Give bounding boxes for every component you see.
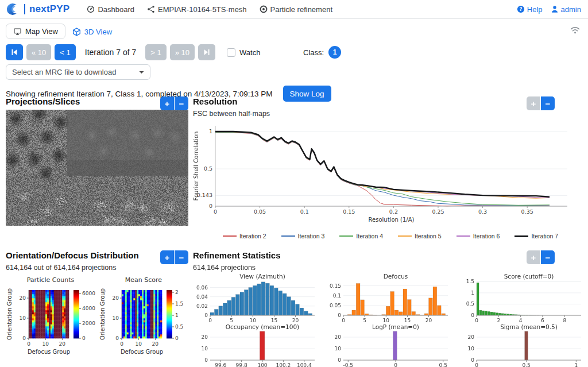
svg-text:0.05: 0.05 [254, 208, 266, 215]
svg-text:10: 10 [383, 318, 390, 323]
svg-text:0: 0 [338, 357, 341, 363]
nextpyp-logo[interactable]: nextPYP [7, 3, 69, 16]
svg-text:Orientation Group: Orientation Group [6, 288, 13, 340]
svg-text:Resolution (1/A): Resolution (1/A) [369, 217, 415, 223]
svg-text:0: 0 [475, 362, 478, 367]
top-navbar: nextPYP Dashboard EMPIAR-10164-5TS-mesh [0, 0, 588, 19]
back-1-button[interactable]: < 1 [55, 44, 75, 60]
svg-text:10: 10 [113, 315, 119, 321]
sigma-histogram: Sigma (mean=0.5)0102000.51 [459, 324, 588, 367]
svg-text:0: 0 [208, 318, 212, 323]
projections-montage-image[interactable] [6, 110, 188, 226]
resolution-zoom-out-button[interactable]: − [541, 96, 555, 110]
iteration-controls: « 10 < 1 Iteration 7 of 7 > 1 » 10 Watch… [0, 39, 588, 63]
svg-text:?: ? [519, 6, 522, 12]
svg-text:0.06: 0.06 [196, 285, 208, 291]
class-label: Class: [303, 48, 324, 57]
watch-checkbox[interactable] [227, 48, 235, 57]
resolution-zoom-in-button[interactable]: + [527, 96, 540, 110]
svg-text:10: 10 [202, 346, 208, 351]
svg-text:100: 100 [257, 362, 267, 367]
statistics-subtitle: 614,164 projections [193, 264, 588, 272]
tab-map-view[interactable]: Map View [6, 24, 65, 39]
nav-block[interactable]: Particle refinement [260, 5, 332, 14]
svg-text:20: 20 [59, 341, 66, 347]
svg-text:1: 1 [574, 362, 578, 367]
project-nodes-icon [147, 5, 155, 13]
nextpyp-wave-icon [7, 3, 20, 16]
svg-text:Orientation Group: Orientation Group [99, 288, 106, 340]
projections-title: Projections/Slices [6, 96, 80, 106]
legend-label: Iteration 3 [298, 233, 325, 239]
svg-text:20: 20 [20, 295, 26, 301]
user-icon [551, 5, 559, 13]
forward-1-button[interactable]: > 1 [145, 44, 166, 60]
svg-text:10: 10 [20, 315, 26, 321]
tab-map-view-label: Map View [25, 27, 58, 36]
svg-text:5: 5 [363, 318, 366, 323]
legend-item: Iteration 7 [514, 233, 558, 239]
svg-text:100.2: 100.2 [276, 362, 291, 367]
svg-text:0.02: 0.02 [196, 303, 208, 309]
svg-text:0: 0 [475, 318, 478, 323]
svg-text:0.04: 0.04 [196, 294, 208, 300]
svg-text:6000: 6000 [82, 291, 95, 296]
last-iteration-button[interactable] [198, 44, 215, 60]
svg-text:10: 10 [135, 341, 142, 347]
help-link[interactable]: ? Help [517, 5, 543, 14]
projections-zoom-out-button[interactable]: − [175, 96, 188, 110]
tab-3d-view-label: 3D View [84, 28, 112, 36]
forward-10-button[interactable]: » 10 [170, 44, 195, 60]
svg-text:1: 1 [175, 312, 179, 318]
orientation-zoom-in-button[interactable]: + [160, 250, 174, 264]
legend-swatch [339, 235, 353, 237]
iteration-label: Iteration 7 of 7 [85, 48, 137, 57]
legend-label: Iteration 4 [356, 233, 383, 239]
svg-text:0: 0 [209, 203, 212, 209]
nav-block-label: Particle refinement [270, 5, 332, 14]
svg-text:0.3: 0.3 [478, 208, 487, 215]
svg-text:0: 0 [214, 208, 217, 215]
nav-project[interactable]: EMPIAR-10164-5TS-mesh [147, 5, 247, 14]
tab-3d-view[interactable]: 3D View [65, 25, 119, 39]
orientation-title: Orientation/Defocus Distribution [6, 250, 139, 260]
statistics-zoom-out-button[interactable]: − [541, 250, 555, 264]
projections-zoom-in-button[interactable]: + [160, 96, 174, 110]
nav-dashboard-label: Dashboard [98, 5, 134, 14]
orientation-panel: Orientation/Defocus Distribution + − 614… [6, 250, 188, 361]
class-1-badge[interactable]: 1 [328, 46, 341, 59]
svg-text:0.15: 0.15 [330, 283, 341, 289]
score-histogram: Score (cutoff=0)00.511.502468 [459, 273, 588, 323]
legend-label: Iteration 6 [473, 233, 500, 239]
nav-project-label: EMPIAR-10164-5TS-mesh [158, 5, 247, 14]
view-tabbar: Map View 3D View [0, 19, 588, 39]
projections-panel: Projections/Slices + − [6, 96, 188, 226]
legend-item: Iteration 3 [281, 233, 325, 239]
user-label: admin [561, 5, 581, 14]
svg-text:6: 6 [541, 318, 544, 323]
svg-text:0.5: 0.5 [175, 324, 183, 330]
statistics-title: Refinement Statistics [193, 250, 281, 260]
first-iteration-button[interactable] [6, 44, 23, 60]
legend-swatch [457, 235, 470, 237]
user-menu[interactable]: admin [551, 5, 581, 14]
orientation-zoom-out-button[interactable]: − [175, 250, 188, 264]
svg-text:0: 0 [22, 335, 26, 341]
back-10-button[interactable]: « 10 [26, 44, 51, 60]
dashboard-gauge-icon [87, 5, 95, 13]
streaming-status-wifi-icon[interactable] [570, 26, 580, 34]
svg-text:20: 20 [113, 295, 119, 301]
mrc-download-select[interactable]: Select an MRC file to download [6, 64, 150, 80]
cube-icon [72, 28, 81, 36]
nav-dashboard[interactable]: Dashboard [87, 5, 134, 14]
svg-text:10: 10 [468, 346, 475, 351]
svg-text:99.8: 99.8 [236, 362, 247, 367]
help-label: Help [527, 5, 543, 14]
svg-text:10: 10 [42, 341, 49, 347]
svg-text:1.5: 1.5 [466, 279, 474, 284]
svg-text:5: 5 [230, 318, 233, 323]
statistics-zoom-in-button[interactable]: + [527, 250, 540, 264]
svg-text:10: 10 [250, 318, 257, 323]
svg-text:0: 0 [27, 341, 30, 347]
svg-text:Sigma (mean=0.5): Sigma (mean=0.5) [500, 324, 558, 330]
